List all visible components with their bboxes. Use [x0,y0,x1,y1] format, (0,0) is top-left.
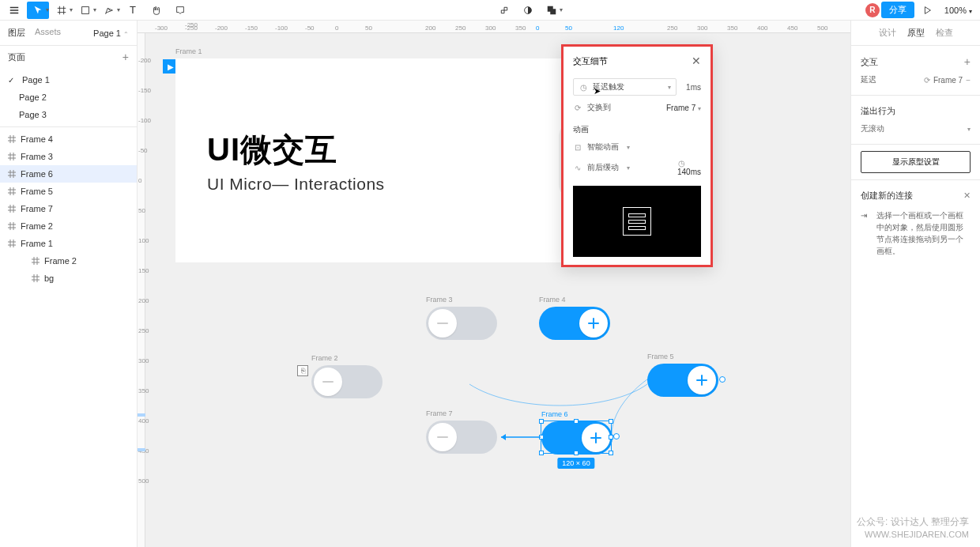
ruler-marker [138,413,145,417]
layer-frame-item[interactable]: Frame 4 [0,130,137,148]
text-tool-icon[interactable]: T [122,2,144,19]
pages-header: 页面 + [0,46,137,68]
component-icon[interactable] [493,2,515,19]
frame-5-toggle[interactable]: Frame 5 [647,364,718,397]
animation-preview [573,186,701,257]
interaction-details-popup: 交互细节 ✕ ◷ 延迟触发 ▾ 1ms ➤ ⟳ 交换到 Frame 7 ▾ 动画… [561,44,713,267]
present-icon[interactable] [916,2,938,19]
help-text: ⇥ 选择一个画框或一个画框中的对象，然后使用圆形节点将连接拖动到另一个画框。 [861,209,971,257]
connection-node[interactable] [719,376,726,383]
vertical-ruler: -200-150-100 -50050 100150200 250300350 … [138,33,145,547]
left-panel: 图层 Assets Page 1 ⌃ 页面 + ✓Page 1 Page 2 P… [0,21,138,547]
layer-child-item[interactable]: bg [0,270,137,287]
tab-design[interactable]: 设计 [879,27,896,39]
interaction-section-label: 交互 [861,56,878,68]
frame-2-toggle[interactable]: Frame 2 ⎘ [311,365,383,398]
zoom-level[interactable]: 100% ▾ [940,6,977,15]
hand-tool-icon[interactable] [145,2,168,19]
tab-assets[interactable]: Assets [35,27,61,39]
svg-rect-0 [82,6,89,13]
new-connection-label: 创建新的连接 [861,190,913,202]
layer-frame-item[interactable]: Frame 2 [0,217,137,235]
pen-chevron-icon[interactable]: ▾ [117,6,120,13]
prototype-node-icon[interactable]: ⎘ [297,365,308,376]
overflow-section-label: 溢出行为 [861,102,971,120]
comment-tool-icon[interactable] [169,2,191,19]
canvas-title-cn: UI微交互 [207,128,385,172]
canvas-area[interactable]: -300-250-200 -150-100-50 050200 25030035… [138,21,850,547]
layer-frame-item[interactable]: Frame 3 [0,148,137,165]
frame-label: Frame 2 [311,354,338,362]
shape-chevron-icon[interactable]: ▾ [93,6,96,13]
page-item[interactable]: Page 2 [0,89,137,106]
layer-frame-item[interactable]: Frame 5 [0,183,137,200]
close-help-button[interactable]: ✕ [963,191,971,201]
frame-4-toggle[interactable]: Frame 4 [539,307,610,340]
interaction-row[interactable]: 延迟 ⟳Frame 7− [861,71,971,89]
frame-label: Frame 1 [175,47,202,55]
move-chevron-icon[interactable]: ▾ [46,6,49,13]
svg-rect-3 [551,9,556,14]
swap-icon: ⟳ [573,104,582,112]
menu-icon[interactable] [3,2,25,19]
duration-icon: ◷ [677,159,687,168]
frame-label: Frame 4 [539,296,566,304]
tab-layers[interactable]: 图层 [8,27,25,39]
animation-type-row[interactable]: ⊡ 智能动画 ▾ [573,138,701,156]
mask-icon[interactable] [517,2,539,19]
close-popup-button[interactable]: ✕ [692,55,701,67]
frame-7-toggle[interactable]: Frame 7 [426,421,497,454]
layer-child-item[interactable]: Frame 2 [0,252,137,270]
boolean-chevron-icon[interactable]: ▾ [560,6,563,13]
canvas-title-en: UI Micro— Interactions [207,175,385,194]
tab-prototype[interactable]: 原型 [907,27,925,39]
page-item[interactable]: ✓Page 1 [0,71,137,89]
add-interaction-button[interactable]: + [964,55,971,68]
tab-inspect[interactable]: 检查 [936,27,953,39]
share-button[interactable]: 分享 [881,2,914,18]
frame-label: Frame 3 [426,296,453,304]
top-toolbar: ▾ ▾ ▾ ▾ T ▾ R 分享 100% ▾ [0,0,980,21]
watermark: 公众号: 设计达人 整理分享 WWW.SHEJIDAREN.COM [857,515,969,541]
frame-6-toggle-selected[interactable]: Frame 6 120 × 60 [541,421,612,454]
overflow-value-row[interactable]: 无滚动▾ [861,120,971,138]
page-item[interactable]: Page 3 [0,106,137,123]
ruler-marker [138,448,145,451]
layer-frame-item-selected[interactable]: Frame 6 [0,165,137,183]
cursor-arrow-icon: ➤ [594,86,601,96]
popup-title: 交互细节 [573,55,608,67]
right-panel: 设计 原型 检查 交互 + 延迟 ⟳Frame 7− 溢出行为 无滚动▾ 显示原… [850,21,980,547]
frame-chevron-icon[interactable]: ▾ [70,6,73,13]
selection-size-label: 120 × 60 [557,458,594,469]
page-selector[interactable]: Page 1 ⌃ [93,28,129,38]
easing-icon: ∿ [573,164,582,172]
frame-3-toggle[interactable]: Frame 3 [426,307,497,340]
avatar[interactable]: R [865,3,880,17]
layer-frame-item[interactable]: Frame 7 [0,200,137,217]
layer-frame-item[interactable]: Frame 1 [0,235,137,252]
smart-animate-icon: ⊡ [573,143,582,152]
animation-section-label: 动画 [573,124,701,135]
prototype-connection [497,432,545,442]
connection-node[interactable] [613,433,620,439]
show-prototype-settings-button[interactable]: 显示原型设置 [861,151,971,173]
connection-help-icon: ⇥ [861,209,872,257]
frame-label: Frame 6 [541,410,568,418]
easing-row[interactable]: ∿ 前后缓动 ▾ ◷ 140ms [573,156,701,179]
frame-label: Frame 7 [426,409,453,417]
clock-icon: ◷ [579,83,588,92]
target-row[interactable]: ⟳ 交换到 Frame 7 ▾ [573,99,701,116]
frame-label: Frame 5 [647,353,674,360]
trigger-select-row[interactable]: ◷ 延迟触发 ▾ 1ms [573,75,701,99]
trigger-value[interactable]: 1ms [686,83,701,92]
horizontal-ruler: -300-250-200 -150-100-50 050200 25030035… [138,21,850,33]
add-page-button[interactable]: + [122,51,129,63]
